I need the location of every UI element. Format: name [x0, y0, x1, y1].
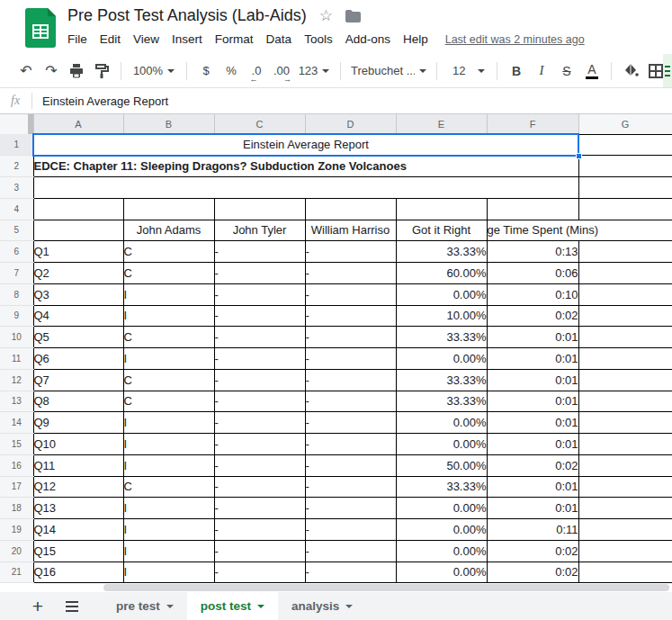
row-header[interactable]: 14 [0, 412, 33, 434]
add-sheet-button[interactable]: + [27, 596, 49, 617]
row-header[interactable]: 8 [0, 283, 33, 305]
column-header-a[interactable]: A [33, 114, 123, 134]
cell[interactable]: 0.00% [396, 434, 487, 455]
cell[interactable]: - [214, 412, 305, 434]
cell[interactable]: - [214, 369, 305, 391]
cell[interactable] [578, 540, 672, 562]
cell[interactable]: - [214, 519, 305, 541]
cell[interactable]: Q10 [33, 434, 123, 455]
row-header[interactable]: 9 [0, 305, 33, 327]
row-header[interactable]: 10 [0, 327, 33, 348]
cell[interactable] [578, 263, 672, 284]
cell[interactable]: - [305, 327, 396, 348]
cell[interactable]: Got it Right [396, 220, 487, 241]
cell[interactable]: Q13 [33, 498, 123, 519]
cell[interactable]: EDCE: Chapter 11: Sleeping Dragons? Subd… [33, 156, 578, 177]
folder-icon[interactable] [345, 10, 361, 22]
cell[interactable]: C [123, 476, 214, 498]
cell[interactable]: - [305, 562, 396, 583]
cell[interactable]: 0:13 [487, 241, 578, 263]
menu-help[interactable]: Help [397, 31, 435, 48]
cell[interactable]: 33.33% [396, 369, 487, 391]
cell[interactable]: Q4 [33, 305, 123, 327]
cell[interactable]: - [214, 305, 305, 327]
row-header[interactable]: 21 [0, 562, 33, 583]
cell[interactable]: Q1 [33, 241, 123, 263]
cell[interactable]: 0:02 [487, 454, 578, 476]
increase-decimal-button[interactable]: .00→ [269, 59, 294, 83]
cell[interactable]: I [123, 283, 214, 305]
cell[interactable]: Q6 [33, 348, 123, 370]
cell[interactable] [578, 369, 672, 391]
row-header[interactable]: 7 [0, 263, 33, 284]
cell[interactable]: 0:01 [487, 476, 578, 498]
row-header[interactable]: 5 [0, 220, 33, 241]
cell[interactable] [578, 562, 672, 583]
cell[interactable] [578, 327, 672, 348]
format-percent-button[interactable]: % [219, 59, 244, 83]
row-header[interactable]: 11 [0, 348, 33, 370]
cell[interactable]: I [123, 434, 214, 455]
text-color-button[interactable]: A [579, 59, 605, 83]
cell[interactable]: Q11 [33, 454, 123, 476]
menu-tools[interactable]: Tools [298, 31, 339, 48]
cell[interactable] [578, 156, 672, 177]
cell[interactable]: - [214, 241, 305, 263]
column-header-f[interactable]: F [487, 114, 578, 134]
cell[interactable] [578, 476, 672, 498]
cell[interactable]: 0:02 [487, 562, 578, 583]
cell[interactable]: - [305, 540, 396, 562]
cell[interactable]: - [214, 498, 305, 519]
menu-file[interactable]: File [61, 31, 94, 48]
cell[interactable]: 0.00% [396, 498, 487, 519]
cell[interactable]: I [123, 562, 214, 583]
font-family-select[interactable]: Trebuchet ... [347, 59, 430, 83]
cell[interactable]: - [305, 391, 396, 412]
paint-format-button[interactable] [89, 59, 114, 83]
cell[interactable] [578, 198, 672, 220]
cell[interactable]: Q15 [33, 540, 123, 562]
cell[interactable] [33, 177, 578, 199]
row-header[interactable]: 17 [0, 476, 33, 498]
cell[interactable]: I [123, 519, 214, 541]
cell[interactable] [578, 283, 672, 305]
cell[interactable] [578, 412, 672, 434]
cell[interactable] [578, 134, 672, 156]
menu-format[interactable]: Format [209, 31, 260, 48]
cell[interactable] [305, 198, 396, 220]
undo-button[interactable]: ↶ [13, 59, 39, 83]
cell[interactable]: 0:10 [487, 283, 578, 305]
cell[interactable]: I [123, 540, 214, 562]
cell[interactable]: - [305, 305, 396, 327]
decrease-decimal-button[interactable]: .0← [244, 59, 269, 83]
cell[interactable]: William Harriso [305, 220, 396, 241]
row-header[interactable]: 3 [0, 177, 33, 199]
bold-button[interactable]: B [504, 59, 529, 83]
all-sheets-menu-button[interactable] [61, 601, 83, 612]
cell[interactable]: 60.00% [396, 263, 487, 284]
row-header[interactable]: 13 [0, 391, 33, 412]
menu-addons[interactable]: Add-ons [339, 31, 397, 48]
row-header[interactable]: 20 [0, 540, 33, 562]
column-header-d[interactable]: D [305, 114, 396, 134]
cell[interactable] [578, 305, 672, 327]
print-button[interactable] [64, 59, 89, 83]
cell[interactable]: 0.00% [396, 562, 487, 583]
cell[interactable] [33, 220, 123, 241]
cell[interactable] [123, 198, 214, 220]
cell[interactable]: - [214, 391, 305, 412]
row-header[interactable]: 4 [0, 198, 33, 220]
cell[interactable]: - [305, 412, 396, 434]
star-icon[interactable]: ☆ [319, 8, 333, 23]
sheet-tab-pre-test[interactable]: pre test [103, 592, 187, 620]
sheet-tab-analysis[interactable]: analysis [278, 592, 366, 620]
cell[interactable]: - [305, 348, 396, 370]
cell[interactable]: Q3 [33, 283, 123, 305]
cell[interactable] [578, 241, 672, 263]
cell[interactable]: 0:01 [487, 434, 578, 455]
cell[interactable]: 0:06 [487, 263, 578, 284]
horizontal-scrollbar-thumb[interactable] [103, 584, 669, 591]
cell[interactable]: Q8 [33, 391, 123, 412]
cell[interactable]: - [305, 498, 396, 519]
select-all-corner[interactable] [0, 114, 33, 134]
